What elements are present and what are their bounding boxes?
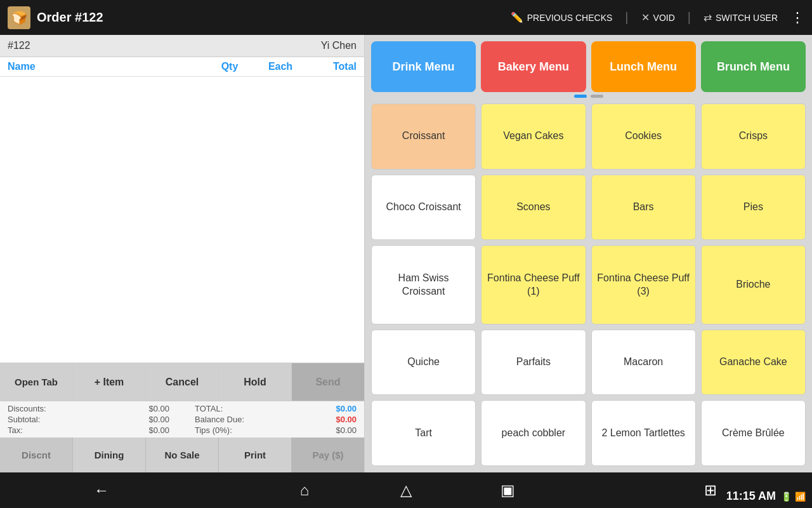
menu-item-3[interactable]: Crisps [701, 104, 806, 170]
brunch-menu-tab[interactable]: Brunch Menu [701, 41, 806, 92]
app-logo: 🍞 [8, 6, 30, 29]
recents-nav-button[interactable]: ▣ [492, 476, 523, 504]
void-button[interactable]: ✕ VOID [641, 11, 675, 23]
back-icon: ← [94, 481, 109, 499]
send-button[interactable]: Send [292, 363, 364, 401]
divider1: | [625, 10, 628, 25]
tab-indicators [371, 95, 806, 98]
tax-row: Tax: $0.00 [8, 425, 182, 435]
order-header: #122 Yi Chen [0, 35, 364, 57]
order-columns-header: Name Qty Each Total [0, 57, 364, 77]
switch-icon: ⇄ [704, 11, 712, 23]
add-item-button[interactable]: + Item [73, 363, 146, 401]
total-row: TOTAL: $0.00 [182, 404, 357, 413]
menu-item-1[interactable]: Vegan Cakes [481, 104, 586, 170]
print-button[interactable]: Print [219, 438, 292, 472]
totals-right-col: TOTAL: $0.00 Balance Due: $0.00 Tips (0%… [182, 404, 357, 435]
scan-icon: ⊞ [704, 481, 717, 499]
x-icon: ✕ [641, 11, 650, 23]
bottom-buttons: Discnt Dining No Sale Print Pay ($) [0, 438, 364, 472]
hold-button[interactable]: Hold [219, 363, 292, 401]
more-options-icon[interactable]: ⋮ [790, 10, 804, 26]
discnt-button[interactable]: Discnt [0, 438, 73, 472]
col-name-header: Name [8, 61, 204, 72]
switch-user-button[interactable]: ⇄ SWITCH USER [704, 11, 778, 23]
menu-item-15[interactable]: Ganache Cake [701, 330, 806, 396]
order-items-area [0, 77, 364, 363]
battery-icon: 🔋 [781, 491, 792, 502]
home-nav-button[interactable]: ⌂ [289, 476, 320, 504]
pencil-icon: ✏️ [511, 11, 523, 23]
up-nav-button[interactable]: △ [390, 476, 422, 504]
menu-item-12[interactable]: Quiche [371, 330, 476, 396]
col-each-header: Each [255, 61, 306, 72]
recents-icon: ▣ [501, 481, 515, 499]
balance-row: Balance Due: $0.00 [182, 415, 357, 424]
menu-item-16[interactable]: Tart [371, 400, 476, 466]
top-bar: 🍞 Order #122 ✏️ PREVIOUS CHECKS | ✕ VOID… [0, 0, 812, 35]
status-icons: 🔋 📶 [781, 491, 806, 502]
home-icon: ⌂ [300, 481, 310, 499]
menu-item-10[interactable]: Fontina Cheese Puff (3) [591, 245, 696, 324]
discounts-row: Discounts: $0.00 [8, 404, 182, 413]
scan-nav-button[interactable]: ⊞ [695, 476, 726, 504]
top-bar-right: ✏️ PREVIOUS CHECKS | ✕ VOID | ⇄ SWITCH U… [511, 0, 804, 35]
bakery-menu-tab[interactable]: Bakery Menu [481, 41, 586, 92]
open-tab-button[interactable]: Open Tab [0, 363, 73, 401]
order-title: Order #122 [37, 10, 103, 25]
menu-item-11[interactable]: Brioche [701, 245, 806, 324]
col-total-header: Total [306, 61, 357, 72]
menu-item-17[interactable]: peach cobbler [481, 400, 586, 466]
menu-item-13[interactable]: Parfaits [481, 330, 586, 396]
tab-dot-1 [574, 95, 587, 98]
col-qty-header: Qty [204, 61, 255, 72]
bottom-nav: ← ⌂ ▣ ⊞ △ 11:15 AM 🔋 📶 [0, 472, 812, 508]
menu-item-6[interactable]: Bars [591, 175, 696, 241]
menu-item-19[interactable]: Crème Brûlée [701, 400, 806, 466]
menu-item-2[interactable]: Cookies [591, 104, 696, 170]
menu-item-5[interactable]: Scones [481, 175, 586, 241]
menu-item-9[interactable]: Fontina Cheese Puff (1) [481, 245, 586, 324]
top-bar-left: 🍞 Order #122 [8, 6, 103, 29]
menu-item-8[interactable]: Ham Swiss Croissant [371, 245, 476, 324]
customer-name: Yi Chen [321, 40, 357, 51]
tab-dot-2 [591, 95, 603, 98]
status-bar: 11:15 AM 🔋 📶 [726, 490, 806, 503]
dining-button[interactable]: Dining [73, 438, 146, 472]
menu-item-14[interactable]: Macaron [591, 330, 696, 396]
drink-menu-tab[interactable]: Drink Menu [371, 41, 476, 92]
order-totals: Discounts: $0.00 Subtotal: $0.00 Tax: $0… [0, 401, 364, 438]
previous-checks-button[interactable]: ✏️ PREVIOUS CHECKS [511, 11, 613, 23]
left-panel: #122 Yi Chen Name Qty Each Total Open Ta… [0, 35, 365, 472]
menu-item-4[interactable]: Choco Croissant [371, 175, 476, 241]
right-panel: Drink Menu Bakery Menu Lunch Menu Brunch… [365, 35, 812, 472]
menu-tabs: Drink Menu Bakery Menu Lunch Menu Brunch… [371, 41, 806, 92]
back-nav-button[interactable]: ← [86, 476, 117, 504]
subtotal-row: Subtotal: $0.00 [8, 415, 182, 424]
menu-item-18[interactable]: 2 Lemon Tartlettes [591, 400, 696, 466]
time-display: 11:15 AM [726, 490, 776, 503]
no-sale-button[interactable]: No Sale [146, 438, 219, 472]
cancel-button[interactable]: Cancel [146, 363, 219, 401]
up-icon: △ [400, 481, 412, 499]
divider2: | [688, 10, 691, 25]
pay-button[interactable]: Pay ($) [292, 438, 364, 472]
menu-grid: CroissantVegan CakesCookiesCrispsChoco C… [371, 104, 806, 466]
main-layout: #122 Yi Chen Name Qty Each Total Open Ta… [0, 35, 812, 472]
lunch-menu-tab[interactable]: Lunch Menu [591, 41, 696, 92]
wifi-icon: 📶 [795, 491, 806, 502]
menu-item-7[interactable]: Pies [701, 175, 806, 241]
order-number: #122 [8, 40, 30, 51]
tips-row: Tips (0%): $0.00 [182, 425, 357, 435]
menu-item-0[interactable]: Croissant [371, 104, 476, 170]
action-buttons: Open Tab + Item Cancel Hold Send [0, 363, 364, 401]
totals-left-col: Discounts: $0.00 Subtotal: $0.00 Tax: $0… [8, 404, 182, 435]
